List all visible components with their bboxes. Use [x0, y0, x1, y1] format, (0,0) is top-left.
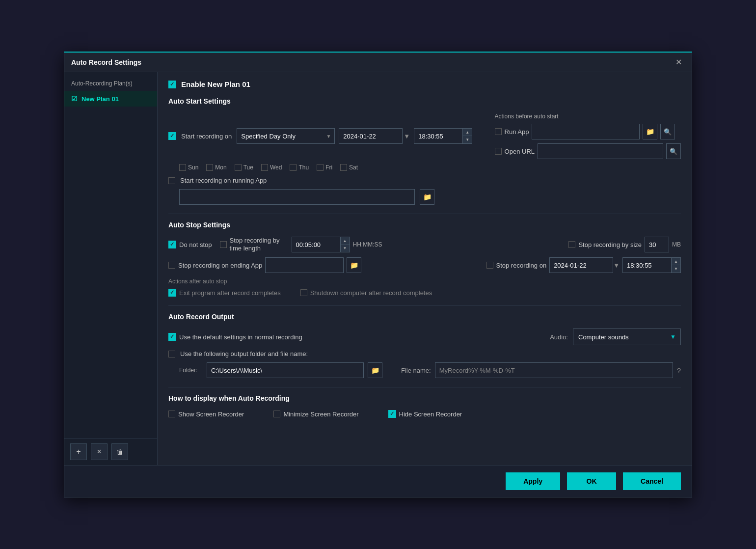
cancel-button[interactable]: Cancel [623, 472, 681, 490]
display-title: How to display when Auto Recording [168, 394, 681, 404]
open-url-search-btn[interactable]: 🔍 [666, 143, 681, 159]
close-button[interactable]: ✕ [673, 56, 685, 68]
start-time-down[interactable]: ▼ [463, 136, 472, 143]
filename-input[interactable] [435, 362, 673, 378]
filename-label: File name: [401, 367, 431, 374]
open-url-row: Open URL 🔍 [495, 143, 681, 159]
do-not-stop-checkbox[interactable] [168, 241, 176, 248]
sidebar-item-new-plan-01[interactable]: ☑ New Plan 01 [64, 91, 157, 107]
day-fri: Fri [317, 164, 332, 171]
sidebar-item-label: New Plan 01 [81, 95, 119, 103]
start-on-app-input[interactable] [179, 189, 415, 205]
divider-2 [168, 305, 681, 306]
start-on-app-row: Start recording on running App [168, 177, 681, 184]
day-thu-checkbox[interactable] [290, 164, 297, 171]
stop-by-size-checkbox[interactable] [568, 241, 575, 248]
divider-3 [168, 387, 681, 387]
stop-on-ending-checkbox[interactable] [168, 262, 175, 269]
day-fri-checkbox[interactable] [317, 164, 324, 171]
stop-on-ending-wrap: Stop recording on ending App 📁 [168, 257, 361, 273]
day-tue-checkbox[interactable] [235, 164, 242, 171]
audio-select-wrap: Computer sounds Microphone No audio Both [573, 329, 681, 345]
actions-after-label: Actions after auto stop [168, 278, 681, 285]
start-on-app-folder-btn[interactable]: 📁 [420, 189, 434, 205]
stop-on-ending-label: Stop recording on ending App [178, 262, 262, 269]
exit-program-checkbox[interactable] [168, 289, 176, 297]
run-app-label: Run App [505, 128, 529, 136]
day-thu-label: Thu [298, 164, 309, 171]
start-recording-checkbox[interactable] [168, 132, 176, 140]
start-time-up[interactable]: ▲ [463, 129, 472, 136]
run-app-checkbox[interactable] [495, 128, 502, 135]
trash-plan-button[interactable]: 🗑 [111, 443, 128, 460]
open-url-label: Open URL [505, 148, 535, 155]
use-folder-checkbox[interactable] [168, 351, 175, 357]
start-on-app-label: Start recording on running App [180, 177, 267, 184]
folder-label: Folder: [179, 367, 203, 374]
audio-select[interactable]: Computer sounds Microphone No audio Both [573, 329, 681, 345]
auto-stop-section: Auto Stop Settings Do not stop Stop reco… [168, 221, 681, 297]
auto-start-section: Auto Start Settings Start recording on S… [168, 97, 681, 205]
stop-time-down[interactable]: ▼ [341, 245, 350, 252]
stop-time-wrap: ▲ ▼ [292, 237, 350, 252]
start-on-app-checkbox[interactable] [168, 177, 175, 184]
stop-on-time-up[interactable]: ▲ [672, 258, 680, 265]
delete-plan-button[interactable]: × [91, 443, 108, 460]
sidebar-bottom: + × 🗑 [64, 438, 157, 465]
stop-on-ending-input[interactable] [265, 257, 344, 273]
stop-time-input[interactable] [292, 237, 341, 252]
dialog-title: Auto Record Settings [71, 58, 141, 66]
folder-browse-btn[interactable]: 📁 [368, 362, 382, 378]
day-sat-checkbox[interactable] [340, 164, 347, 171]
day-wed-checkbox[interactable] [261, 164, 268, 171]
stop-size-input[interactable] [645, 237, 669, 252]
day-type-dropdown[interactable]: Specified Day Only Every Day Every Week [237, 128, 335, 144]
auto-start-title: Auto Start Settings [168, 97, 681, 107]
stop-date-dropdown-icon: ▼ [613, 262, 620, 269]
enable-plan-checkbox[interactable] [168, 81, 176, 88]
title-bar: Auto Record Settings ✕ [64, 53, 692, 72]
date-dropdown-icon: ▼ [404, 133, 410, 140]
open-url-checkbox[interactable] [495, 148, 502, 155]
stop-on-time-down[interactable]: ▼ [672, 265, 680, 273]
stop-by-time-label: Stop recording by time length [230, 237, 289, 252]
stop-by-time-checkbox[interactable] [220, 241, 227, 248]
use-default-checkbox[interactable] [168, 333, 176, 341]
show-recorder-checkbox[interactable] [168, 411, 175, 417]
filename-help-btn[interactable]: ? [677, 366, 681, 375]
exit-program-wrap: Exit program after record completes [168, 289, 281, 297]
run-app-folder-btn[interactable]: 📁 [643, 124, 657, 139]
stop-on-time-input[interactable] [622, 257, 672, 273]
day-mon: Mon [206, 164, 226, 171]
hide-recorder-checkbox[interactable] [388, 410, 396, 418]
use-folder-label: Use the following output folder and file… [180, 350, 308, 357]
stop-on-ending-folder-btn[interactable]: 📁 [347, 257, 361, 273]
add-plan-button[interactable]: + [70, 443, 87, 460]
day-mon-checkbox[interactable] [206, 164, 213, 171]
day-type-dropdown-wrap: Specified Day Only Every Day Every Week [237, 128, 335, 144]
day-sat: Sat [340, 164, 358, 171]
main-content: Enable New Plan 01 Auto Start Settings S… [158, 72, 692, 465]
stop-time-up[interactable]: ▲ [341, 237, 350, 245]
stop-on-date-checkbox[interactable] [486, 262, 493, 269]
ok-button[interactable]: OK [567, 472, 616, 490]
day-tue-label: Tue [243, 164, 253, 171]
day-sun: Sun [179, 164, 198, 171]
days-row: Sun Mon Tue Wed [179, 164, 681, 171]
folder-path-input[interactable] [207, 362, 364, 378]
shutdown-checkbox[interactable] [300, 289, 307, 296]
stop-on-date-input[interactable] [549, 257, 613, 273]
start-recording-controls: Specified Day Only Every Day Every Week … [237, 128, 489, 144]
open-url-input[interactable] [538, 143, 663, 159]
hide-recorder-label: Hide Screen Recorder [399, 411, 462, 418]
exit-program-label: Exit program after record completes [179, 289, 281, 297]
start-date-input[interactable] [339, 128, 403, 144]
run-app-input[interactable] [532, 124, 640, 139]
apply-button[interactable]: Apply [506, 472, 560, 490]
run-app-search-btn[interactable]: 🔍 [660, 124, 675, 139]
stop-time-spinner: ▲ ▼ [340, 237, 350, 252]
bottom-bar: Apply OK Cancel [64, 465, 692, 497]
start-time-input[interactable] [414, 128, 463, 144]
minimize-recorder-checkbox[interactable] [273, 411, 280, 417]
day-sun-checkbox[interactable] [179, 164, 186, 171]
